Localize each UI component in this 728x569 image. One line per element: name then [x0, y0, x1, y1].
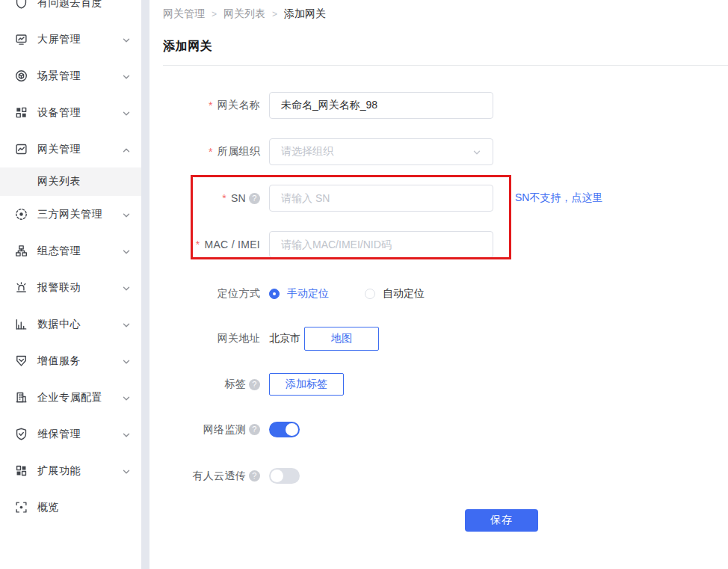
sidebar-item-third-party-gateway[interactable]: 三方网关管理	[0, 196, 141, 233]
save-row: 保存	[163, 509, 728, 532]
tags-help-icon[interactable]: ?	[249, 379, 260, 390]
gateway-name-input[interactable]	[269, 92, 493, 119]
chevron-down-icon	[472, 147, 481, 156]
sidebar-item-label: 设备管理	[37, 106, 122, 120]
gateway-address-city: 北京市	[269, 332, 300, 345]
sidebar-subitem-label: 网关列表	[37, 175, 81, 188]
sn-not-supported-link[interactable]: SN不支持，点这里	[515, 191, 602, 205]
breadcrumb-current: 添加网关	[284, 7, 326, 21]
sidebar-item-label: 场景管理	[37, 70, 122, 83]
positioning-radio-group: 手动定位 自动定位	[269, 287, 460, 301]
network-monitoring-toggle[interactable]	[269, 422, 300, 437]
required-asterisk: *	[209, 99, 213, 111]
sidebar-item-value-added-services[interactable]: 增值服务	[0, 342, 141, 379]
chevron-down-icon	[122, 393, 131, 402]
mac-imei-label: * MAC / IMEI	[163, 239, 260, 250]
sidebar: 有问题去百度 大屏管理 场景管理 设备管理 网关管理	[0, 0, 141, 569]
add-gateway-page: 有问题去百度 大屏管理 场景管理 设备管理 网关管理	[0, 0, 728, 569]
network-monitoring-label: 网络监测 ?	[163, 423, 260, 437]
sidebar-item-extensions[interactable]: 扩展功能	[0, 452, 141, 489]
sidebar-item-label: 增值服务	[37, 354, 122, 368]
device-icon	[15, 106, 28, 119]
sidebar-item-label: 企业专属配置	[37, 391, 122, 405]
required-asterisk: *	[196, 239, 200, 250]
value-added-icon	[15, 354, 28, 367]
sidebar-item-device-mgmt[interactable]: 设备管理	[0, 94, 141, 131]
add-tag-button[interactable]: 添加标签	[269, 373, 344, 396]
chevron-down-icon	[122, 35, 131, 44]
sidebar-item-screen-mgmt[interactable]: 大屏管理	[0, 21, 141, 58]
mac-imei-input[interactable]	[269, 231, 493, 258]
chevron-down-icon	[122, 357, 131, 366]
chevron-down-icon	[122, 108, 131, 117]
chevron-down-icon	[122, 430, 131, 439]
radio-dot-icon	[269, 289, 280, 299]
cloud-passthrough-row: 有人云透传 ?	[163, 468, 728, 484]
chevron-down-icon	[122, 283, 131, 292]
chevron-down-icon	[122, 72, 131, 81]
sn-label: * SN ?	[163, 192, 260, 204]
positioning-row: 定位方式 手动定位 自动定位	[163, 280, 728, 307]
chevron-down-icon	[122, 320, 131, 329]
alarm-icon	[15, 281, 28, 294]
map-button[interactable]: 地图	[304, 327, 379, 351]
data-center-icon	[15, 318, 28, 330]
page-title: 添加网关	[163, 39, 728, 55]
sidebar-item-gateway-mgmt[interactable]: 网关管理	[0, 131, 141, 167]
sidebar-item-enterprise-config[interactable]: 企业专属配置	[0, 379, 141, 416]
chevron-down-icon	[122, 210, 131, 219]
sidebar-item-scene-mgmt[interactable]: 场景管理	[0, 58, 141, 94]
tags-label: 标签 ?	[163, 378, 260, 391]
tags-row: 标签 ? 添加标签	[163, 373, 728, 396]
gateway-icon	[15, 143, 28, 156]
sidebar-scrollbar-track[interactable]	[141, 0, 149, 569]
breadcrumb-gateway-list[interactable]: 网关列表	[223, 7, 265, 21]
breadcrumb-separator: >	[212, 9, 217, 19]
sidebar-item-label: 大屏管理	[37, 33, 122, 46]
organization-select[interactable]: 请选择组织	[269, 138, 493, 165]
sidebar-item-label: 概览	[37, 501, 131, 514]
auto-positioning-radio[interactable]: 自动定位	[365, 287, 425, 301]
third-party-gateway-icon	[15, 208, 28, 221]
sidebar-item-maintenance-mgmt[interactable]: 维保管理	[0, 416, 141, 452]
sn-help-icon[interactable]: ?	[249, 193, 260, 204]
breadcrumb: 网关管理 > 网关列表 > 添加网关	[163, 0, 728, 21]
sidebar-item-label: 维保管理	[37, 428, 122, 441]
positioning-label: 定位方式	[163, 287, 260, 301]
toggle-knob	[271, 470, 283, 482]
manual-positioning-label: 手动定位	[287, 287, 329, 301]
sidebar-item-label: 有问题去百度	[37, 0, 131, 10]
cloud-passthrough-help-icon[interactable]: ?	[249, 470, 260, 482]
sidebar-item-help-baidu[interactable]: 有问题去百度	[0, 0, 141, 21]
screen-icon	[15, 33, 28, 46]
gateway-address-label: 网关地址	[163, 332, 260, 345]
mac-imei-row: * MAC / IMEI	[163, 231, 728, 258]
sidebar-item-overview[interactable]: 概览	[0, 489, 141, 526]
sidebar-item-data-center[interactable]: 数据中心	[0, 306, 141, 342]
chevron-down-icon	[122, 247, 131, 256]
cloud-passthrough-label: 有人云透传 ?	[163, 470, 260, 483]
sidebar-item-label: 组态管理	[37, 244, 122, 258]
manual-positioning-radio[interactable]: 手动定位	[269, 287, 329, 301]
breadcrumb-gateway-mgmt[interactable]: 网关管理	[163, 7, 205, 21]
organization-label: * 所属组织	[163, 145, 260, 159]
sidebar-item-alarm-linkage[interactable]: 报警联动	[0, 269, 141, 306]
sn-input[interactable]	[269, 185, 493, 212]
shield-question-icon	[15, 0, 28, 9]
enterprise-icon	[15, 391, 28, 404]
organization-row: * 所属组织 请选择组织	[163, 138, 728, 165]
sidebar-item-label: 扩展功能	[37, 464, 122, 478]
cloud-passthrough-toggle[interactable]	[269, 468, 300, 484]
title-divider	[163, 65, 728, 66]
sidebar-item-gateway-list-active[interactable]: 网关列表	[0, 167, 141, 196]
sidebar-item-label: 报警联动	[37, 281, 122, 295]
auto-positioning-label: 自动定位	[383, 287, 425, 301]
sidebar-item-configuration-mgmt[interactable]: 组态管理	[0, 233, 141, 269]
maintenance-icon	[15, 428, 28, 440]
network-monitoring-help-icon[interactable]: ?	[249, 424, 260, 435]
overview-icon	[15, 501, 28, 514]
save-button[interactable]: 保存	[465, 509, 538, 532]
extensions-icon	[15, 464, 28, 477]
gateway-name-row: * 网关名称	[163, 92, 728, 119]
radio-dot-icon	[365, 289, 375, 299]
